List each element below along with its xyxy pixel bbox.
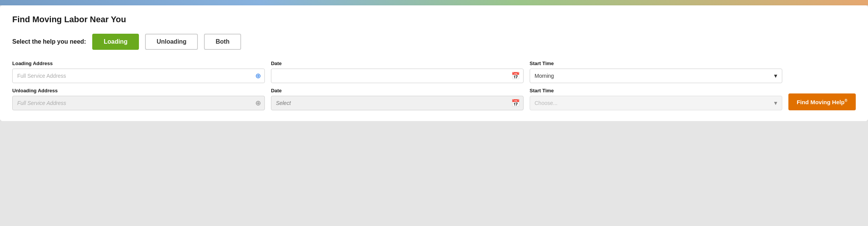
unloading-start-time-select[interactable]: Choose... Morning Afternoon Evening: [530, 96, 782, 110]
loading-start-time-label: Start Time: [530, 61, 782, 66]
unloading-start-time-label: Start Time: [530, 88, 782, 93]
form-grid: Loading Address ⊕ Date 06/20/2024 📅 Star…: [12, 61, 856, 110]
help-selector-label: Select the help you need:: [12, 38, 86, 45]
unloading-date-group: Date 📅: [271, 88, 524, 110]
widget-container: Find Moving Labor Near You Select the he…: [0, 5, 868, 121]
loading-address-input[interactable]: [12, 69, 265, 83]
help-btn-loading[interactable]: Loading: [92, 34, 139, 50]
help-btn-both[interactable]: Both: [204, 34, 241, 50]
help-selector-row: Select the help you need: Loading Unload…: [12, 34, 856, 50]
loading-date-label: Date: [271, 61, 524, 66]
unloading-address-label: Unloading Address: [12, 88, 265, 93]
unloading-date-label: Date: [271, 88, 524, 93]
loading-address-label: Loading Address: [12, 61, 265, 66]
unloading-address-group: Unloading Address ⊕: [12, 88, 265, 110]
loading-start-time-select[interactable]: Morning Afternoon Evening: [530, 69, 782, 83]
loading-date-input[interactable]: 06/20/2024: [271, 69, 524, 83]
loading-start-time-select-wrapper: Morning Afternoon Evening ▼: [530, 69, 782, 83]
find-btn-label: Find Moving Help: [797, 99, 845, 105]
loading-date-input-wrapper: 06/20/2024 📅: [271, 69, 524, 83]
unloading-address-input[interactable]: [12, 96, 265, 110]
unloading-date-input[interactable]: [271, 96, 524, 110]
loading-start-time-group: Start Time Morning Afternoon Evening ▼: [530, 61, 782, 83]
unloading-start-time-select-wrapper: Choose... Morning Afternoon Evening ▼: [530, 96, 782, 110]
find-btn-trademark: ®: [845, 98, 847, 103]
find-moving-help-button[interactable]: Find Moving Help®: [788, 93, 856, 110]
help-btn-unloading[interactable]: Unloading: [145, 34, 198, 50]
unloading-date-input-wrapper: 📅: [271, 96, 524, 110]
loading-address-group: Loading Address ⊕: [12, 61, 265, 83]
unloading-start-time-group: Start Time Choose... Morning Afternoon E…: [530, 88, 782, 110]
hero-image: [0, 0, 868, 5]
loading-address-input-wrapper: ⊕: [12, 69, 265, 83]
unloading-address-input-wrapper: ⊕: [12, 96, 265, 110]
page-title: Find Moving Labor Near You: [12, 15, 856, 25]
loading-date-group: Date 06/20/2024 📅: [271, 61, 524, 83]
